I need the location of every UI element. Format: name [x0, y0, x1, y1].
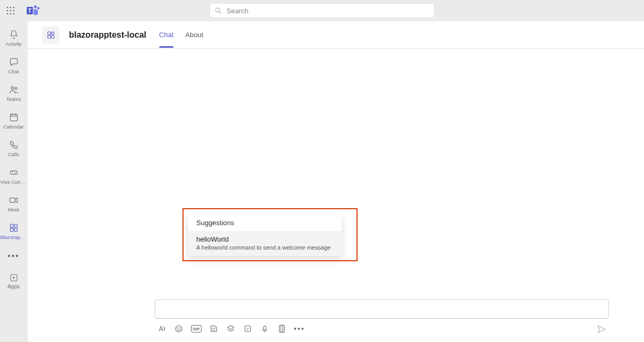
svg-point-2: [13, 7, 15, 8]
svg-point-0: [7, 7, 8, 8]
svg-point-16: [15, 87, 17, 89]
rail-item-chat[interactable]: Chat: [0, 52, 28, 79]
svg-rect-29: [48, 32, 50, 35]
waffle-icon: [6, 6, 15, 15]
compose-area: GIF •••: [28, 300, 644, 342]
extension-icon[interactable]: [226, 324, 236, 334]
svg-point-13: [216, 8, 220, 12]
app-icon: [46, 30, 56, 40]
rail-item-label: Calls: [8, 151, 19, 157]
suggestions-header: Suggestions: [188, 213, 342, 231]
suggestion-item-helloworld[interactable]: helloWorld A helloworld command to send …: [188, 231, 342, 256]
svg-point-37: [214, 328, 215, 329]
app-avatar: [42, 27, 59, 44]
chat-body: Suggestions helloWorld A helloworld comm…: [28, 49, 644, 300]
svg-point-15: [11, 87, 14, 89]
svg-point-1: [10, 7, 12, 8]
tabs: Chat About: [159, 22, 203, 48]
tab-about[interactable]: About: [185, 22, 203, 48]
svg-rect-21: [10, 198, 15, 202]
svg-point-3: [7, 10, 8, 12]
titlebar: T: [0, 0, 644, 21]
rail-item-label: Chat: [8, 69, 19, 74]
suggestion-desc: A helloworld command to send a welcome m…: [196, 244, 333, 251]
svg-point-6: [7, 13, 8, 15]
app-icon: [8, 223, 19, 233]
format-icon[interactable]: [157, 324, 167, 334]
tab-chat[interactable]: Chat: [159, 22, 173, 48]
svg-point-5: [13, 10, 15, 12]
svg-point-34: [177, 328, 178, 328]
suggestions-highlight: Suggestions helloWorld A helloworld comm…: [182, 208, 358, 261]
svg-rect-39: [264, 326, 266, 330]
bell-icon: [8, 29, 19, 40]
teams-logo-icon: T: [25, 3, 40, 18]
rail-item-label: Viva Connec...: [1, 179, 27, 185]
plus-square-icon: [9, 273, 19, 283]
svg-point-33: [176, 326, 182, 332]
phone-icon: [8, 140, 19, 150]
message-input[interactable]: [155, 300, 609, 319]
people-icon: [8, 84, 19, 95]
rail-item-blazorapptest[interactable]: Blazorappt...: [0, 218, 28, 244]
svg-rect-24: [14, 228, 17, 231]
svg-point-7: [10, 13, 12, 15]
app-launcher-button[interactable]: [0, 0, 21, 21]
rail-item-apps[interactable]: Apps: [0, 268, 28, 294]
rail-item-label: Blazorappt...: [1, 234, 27, 240]
compose-more-button[interactable]: •••: [294, 324, 305, 333]
rail-item-viva-connections[interactable]: Viva Connec...: [0, 163, 28, 189]
rail-item-calls[interactable]: Calls: [0, 135, 28, 161]
rail-more-button[interactable]: •••: [0, 245, 28, 267]
attachment-icon[interactable]: [277, 324, 286, 334]
chat-pane: blazorapptest-local Chat About Suggestio…: [28, 21, 644, 342]
svg-text:T: T: [28, 7, 32, 14]
svg-line-14: [219, 12, 221, 13]
svg-rect-23: [10, 228, 13, 231]
send-icon: [596, 324, 607, 335]
compose-toolbar: GIF •••: [155, 319, 609, 334]
sticker-icon[interactable]: [209, 324, 219, 334]
svg-rect-17: [10, 114, 17, 121]
send-button[interactable]: [596, 324, 607, 337]
more-icon: •••: [7, 251, 20, 261]
svg-rect-22: [10, 224, 13, 227]
chat-header: blazorapptest-local Chat About: [28, 21, 644, 49]
chat-icon: [8, 57, 19, 67]
app-rail: Activity Chat Teams Calendar Calls Viva …: [0, 21, 28, 342]
rail-item-label: Activity: [5, 41, 21, 47]
video-icon: [8, 195, 19, 206]
svg-rect-38: [245, 326, 251, 332]
gif-button[interactable]: GIF: [191, 325, 202, 332]
rail-item-teams[interactable]: Teams: [0, 80, 28, 106]
loop-icon[interactable]: [243, 324, 253, 334]
rail-item-activity[interactable]: Activity: [0, 24, 28, 51]
rail-item-label: Meet: [8, 207, 19, 212]
svg-rect-25: [14, 224, 17, 227]
page-title: blazorapptest-local: [69, 30, 146, 40]
rail-item-label: Calendar: [3, 124, 24, 130]
rail-item-label: Teams: [6, 96, 21, 102]
search-input[interactable]: [227, 7, 430, 15]
svg-point-11: [34, 5, 37, 8]
svg-point-4: [10, 10, 12, 12]
svg-point-8: [13, 13, 15, 15]
svg-point-35: [180, 328, 180, 328]
rail-item-label: Apps: [7, 284, 20, 289]
stream-icon[interactable]: [260, 324, 269, 334]
link-icon: [8, 167, 19, 178]
svg-rect-31: [51, 35, 54, 38]
rail-item-calendar[interactable]: Calendar: [0, 107, 28, 134]
calendar-icon: [8, 112, 19, 123]
svg-point-36: [212, 328, 213, 329]
suggestions-popup: Suggestions helloWorld A helloworld comm…: [188, 213, 342, 256]
svg-point-12: [38, 7, 40, 9]
search-box[interactable]: [210, 3, 434, 18]
suggestion-title: helloWorld: [196, 235, 333, 243]
svg-rect-30: [48, 35, 50, 38]
emoji-icon[interactable]: [174, 324, 184, 334]
svg-rect-32: [51, 32, 54, 35]
rail-item-meet[interactable]: Meet: [0, 190, 28, 217]
search-icon: [214, 6, 222, 15]
